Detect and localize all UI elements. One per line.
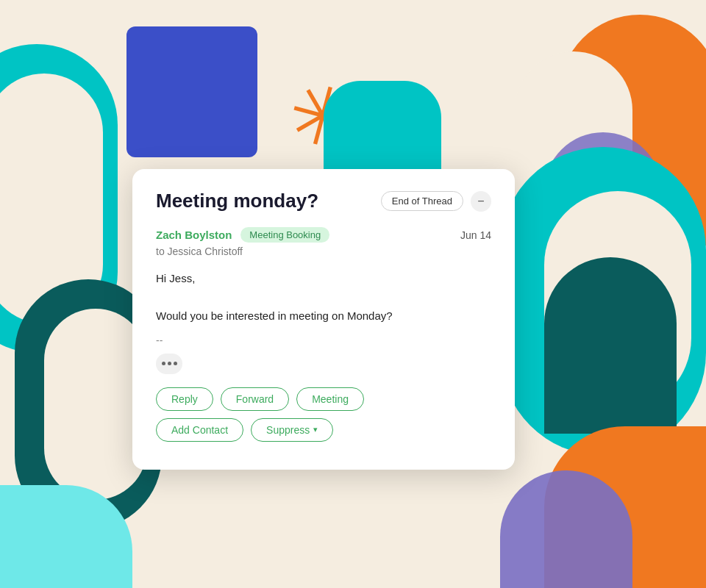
asterisk-icon: ✳ xyxy=(279,69,365,165)
dot-2 xyxy=(168,362,171,365)
suppress-button[interactable]: Suppress ▾ xyxy=(251,418,333,442)
card-title: Meeting monday? xyxy=(156,190,318,212)
email-message: Would you be interested in meeting on Mo… xyxy=(156,306,491,326)
card-header-right: End of Thread − xyxy=(381,191,491,212)
orange-c-shape-right xyxy=(559,15,706,279)
forward-button[interactable]: Forward xyxy=(221,387,289,411)
add-contact-button[interactable]: Add Contact xyxy=(156,418,243,442)
email-body: Hi Jess, Would you be interested in meet… xyxy=(156,269,491,326)
card-header: Meeting monday? End of Thread − xyxy=(156,190,491,212)
expand-dots-button[interactable] xyxy=(156,354,182,374)
orange-shape-bottom-right xyxy=(544,426,706,588)
end-of-thread-badge: End of Thread xyxy=(381,191,463,211)
email-date: Jun 14 xyxy=(460,229,491,241)
email-card: Meeting monday? End of Thread − Zach Boy… xyxy=(132,169,515,470)
email-to-line: to Jessica Christoff xyxy=(156,245,491,257)
teal-c-shape-right xyxy=(500,147,706,456)
teal-arch-top-center xyxy=(324,81,441,169)
email-meta-row-sender: Zach Boylston Meeting Booking Jun 14 xyxy=(156,227,491,243)
dot-3 xyxy=(174,362,177,365)
action-row-2: Add Contact Suppress ▾ xyxy=(156,418,491,442)
sender-name: Zach Boylston xyxy=(156,229,232,241)
meeting-button[interactable]: Meeting xyxy=(296,387,364,411)
meeting-booking-tag: Meeting Booking xyxy=(240,227,329,243)
lightcyan-shape-bottom xyxy=(0,485,132,588)
teal-c-shape-left xyxy=(0,44,118,353)
reply-button[interactable]: Reply xyxy=(156,387,213,411)
minimize-button[interactable]: − xyxy=(471,191,491,212)
email-signature: -- xyxy=(156,334,491,346)
purple-arch-right xyxy=(544,132,662,279)
email-meta: Zach Boylston Meeting Booking Jun 14 to … xyxy=(156,227,491,257)
suppress-chevron-icon: ▾ xyxy=(313,425,318,434)
email-greeting: Hi Jess, xyxy=(156,269,491,288)
suppress-label: Suppress xyxy=(266,424,310,436)
action-row-1: Reply Forward Meeting xyxy=(156,387,491,411)
dot-1 xyxy=(162,362,165,365)
darkteal-shape-right xyxy=(544,257,677,434)
blue-square-shape: ✳ xyxy=(126,26,257,157)
purple-shape-bottom-right xyxy=(500,470,632,588)
